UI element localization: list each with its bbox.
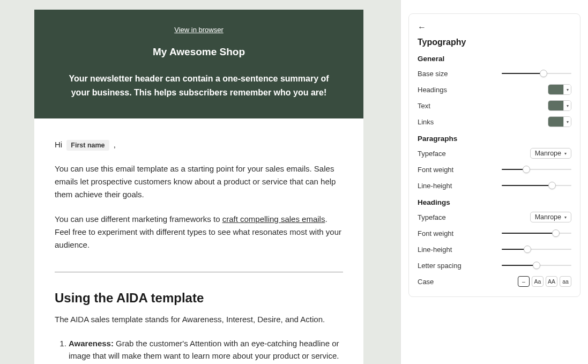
- label-head-letter-spacing: Letter spacing: [418, 262, 462, 270]
- typography-panel: ← Typography General Base size Headings …: [408, 13, 580, 297]
- section-heading-aida: Using the AIDA template: [55, 291, 343, 306]
- email-preview-area: View in browser My Awesome Shop Your new…: [0, 0, 400, 364]
- chevron-down-icon: ▾: [563, 101, 571, 110]
- merge-tag-first-name[interactable]: First name: [66, 140, 109, 151]
- slider-head-letter-spacing[interactable]: [502, 262, 571, 269]
- chevron-down-icon: ▾: [563, 117, 571, 127]
- color-swatch-text[interactable]: ▾: [548, 100, 571, 111]
- label-base-size: Base size: [418, 70, 448, 78]
- label-para-line-height: Line-height: [418, 182, 452, 190]
- control-head-font-weight: Font weight: [418, 228, 571, 239]
- label-head-typeface: Typeface: [418, 213, 446, 221]
- chevron-down-icon: ▾: [564, 151, 567, 156]
- subsection-paragraphs: Paragraphs: [418, 135, 571, 143]
- back-arrow-icon[interactable]: ←: [418, 23, 426, 32]
- dropdown-value: Manrope: [535, 150, 561, 157]
- chevron-down-icon: ▾: [564, 215, 567, 220]
- greeting-suffix: ,: [114, 140, 116, 149]
- dropdown-para-typeface[interactable]: Manrope ▾: [530, 148, 571, 159]
- swatch-color: [548, 117, 563, 127]
- shop-title: My Awesome Shop: [66, 46, 331, 58]
- case-btn-lower[interactable]: aa: [560, 276, 571, 287]
- color-swatch-links[interactable]: ▾: [548, 116, 571, 127]
- case-btn-upper[interactable]: AA: [546, 276, 557, 287]
- slider-head-line-height[interactable]: [502, 246, 571, 253]
- email-card: View in browser My Awesome Shop Your new…: [34, 10, 363, 364]
- email-header: View in browser My Awesome Shop Your new…: [34, 10, 363, 118]
- control-headings-color: Headings ▾: [418, 84, 571, 95]
- divider: [55, 272, 343, 272]
- body-paragraph-1: You can use this email template as a sta…: [55, 162, 343, 201]
- label-para-typeface: Typeface: [418, 150, 446, 158]
- label-head-line-height: Line-height: [418, 246, 452, 254]
- slider-para-font-weight[interactable]: [502, 166, 571, 173]
- control-base-size: Base size: [418, 68, 571, 79]
- control-para-line-height: Line-height: [418, 180, 571, 191]
- label-head-case: Case: [418, 278, 434, 286]
- case-btn-none[interactable]: –: [518, 276, 530, 287]
- aida-label-awareness: Awareness:: [69, 339, 114, 348]
- color-swatch-headings[interactable]: ▾: [548, 84, 571, 95]
- label-para-font-weight: Font weight: [418, 166, 453, 174]
- control-head-letter-spacing: Letter spacing: [418, 260, 571, 271]
- control-para-font-weight: Font weight: [418, 164, 571, 175]
- slider-head-font-weight[interactable]: [502, 229, 571, 237]
- slider-base-size[interactable]: [502, 70, 571, 77]
- header-summary: Your newsletter header can contain a one…: [66, 72, 331, 100]
- control-links-color: Links ▾: [418, 116, 571, 127]
- label-headings-color: Headings: [418, 86, 447, 94]
- aida-list: Awareness: Grab the customer's Attention…: [55, 337, 343, 364]
- greeting-line: Hi First name ,: [55, 140, 343, 151]
- label-text-color: Text: [418, 102, 430, 110]
- control-head-typeface: Typeface Manrope ▾: [418, 212, 571, 222]
- control-para-typeface: Typeface Manrope ▾: [418, 148, 571, 159]
- para2-text-a: You can use different marketing framewor…: [55, 214, 222, 224]
- craft-sales-emails-link[interactable]: craft compelling sales emails: [222, 214, 325, 224]
- label-links-color: Links: [418, 118, 434, 126]
- control-head-case: Case – Aa AA aa: [418, 276, 571, 287]
- side-panel-wrap: ← Typography General Base size Headings …: [400, 0, 588, 364]
- greeting-prefix: Hi: [55, 140, 62, 149]
- dropdown-head-typeface[interactable]: Manrope ▾: [530, 212, 571, 222]
- body-paragraph-2: You can use different marketing framewor…: [55, 213, 343, 251]
- list-item: Awareness: Grab the customer's Attention…: [69, 337, 343, 362]
- email-body: Hi First name , You can use this email t…: [34, 118, 363, 364]
- slider-para-line-height[interactable]: [502, 182, 571, 189]
- subsection-headings: Headings: [418, 198, 571, 206]
- case-btn-title[interactable]: Aa: [532, 276, 544, 287]
- label-head-font-weight: Font weight: [418, 229, 453, 237]
- control-head-line-height: Line-height: [418, 244, 571, 255]
- panel-title: Typography: [418, 38, 571, 47]
- view-in-browser-link[interactable]: View in browser: [174, 26, 224, 34]
- control-text-color: Text ▾: [418, 100, 571, 111]
- swatch-color: [548, 101, 563, 110]
- chevron-down-icon: ▾: [563, 85, 571, 94]
- subsection-general: General: [418, 55, 571, 63]
- swatch-color: [548, 85, 563, 94]
- section-intro: The AIDA sales template stands for Aware…: [55, 313, 343, 325]
- dropdown-value: Manrope: [535, 213, 561, 221]
- case-toggle-group: – Aa AA aa: [518, 276, 571, 287]
